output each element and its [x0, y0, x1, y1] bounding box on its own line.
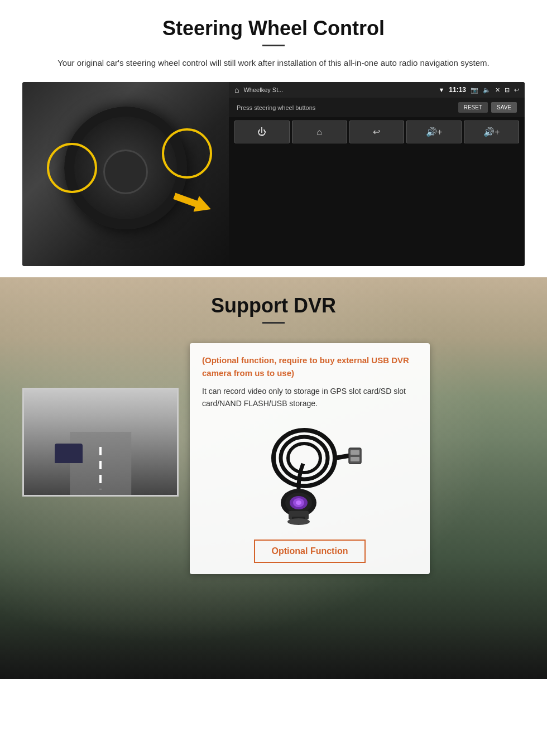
dvr-section: Support DVR (Optional function, require … [0, 277, 547, 679]
func-btn-vol-up2[interactable]: 🔊+ [464, 121, 519, 143]
dvr-product-image [202, 419, 418, 531]
steering-screen: ⌂ Wheelkey St... ▼ 11:13 📷 🔈 ✕ ⊟ ↩ Press… [229, 82, 525, 266]
close-icon: ✕ [495, 86, 500, 94]
reset-button[interactable]: RESET [458, 102, 488, 113]
screen-title: Wheelkey St... [243, 86, 434, 93]
dvr-info-card: (Optional function, require to buy exter… [190, 343, 430, 574]
dvr-title-area: Support DVR [0, 277, 547, 332]
dvr-camera-svg [254, 425, 366, 525]
func-btn-home[interactable]: ⌂ [292, 121, 347, 143]
preview-road-line [99, 447, 102, 489]
back-icon: ↩ [514, 86, 519, 94]
steering-title-divider [262, 45, 285, 46]
highlight-circle-right [162, 128, 212, 179]
dvr-content-area: (Optional function, require to buy exter… [0, 332, 547, 591]
screen-function-row: ⏻ ⌂ ↩ 🔊+ 🔊+ [229, 117, 525, 147]
camera-icon: 📷 [471, 86, 478, 94]
steering-wheel-inner [103, 150, 148, 194]
dvr-title-divider [262, 322, 285, 324]
optional-function-wrapper: Optional Function [202, 540, 418, 563]
volume-icon: 🔈 [483, 86, 491, 94]
screen-topbar: ⌂ Wheelkey St... ▼ 11:13 📷 🔈 ✕ ⊟ ↩ [229, 82, 525, 98]
dvr-title: Support DVR [0, 294, 547, 317]
save-button[interactable]: SAVE [491, 102, 517, 113]
dvr-description: It can record video only to storage in G… [202, 385, 418, 410]
steering-subtitle: Your original car's steering wheel contr… [22, 56, 525, 70]
svg-rect-6 [351, 457, 359, 461]
screen-time: 11:13 [449, 86, 466, 94]
steering-title: Steering Wheel Control [22, 17, 525, 40]
svg-point-2 [288, 444, 320, 473]
func-btn-vol-up1[interactable]: 🔊+ [406, 121, 462, 143]
svg-point-11 [296, 500, 301, 505]
preview-car [55, 444, 83, 463]
func-btn-power[interactable]: ⏻ [234, 121, 290, 143]
svg-rect-5 [351, 450, 359, 455]
screen-instruction-bar: Press steering wheel buttons RESET SAVE [229, 98, 525, 117]
steering-section: Steering Wheel Control Your original car… [0, 0, 547, 277]
svg-point-14 [287, 518, 310, 525]
optional-function-badge: Optional Function [254, 540, 366, 563]
func-btn-back[interactable]: ↩ [349, 121, 405, 143]
home-icon: ⌂ [234, 85, 239, 94]
dvr-optional-note: (Optional function, require to buy exter… [202, 354, 418, 379]
instruction-text: Press steering wheel buttons [237, 104, 315, 111]
highlight-circle-left [47, 143, 97, 193]
wifi-icon: ▼ [438, 86, 444, 93]
dvr-camera-preview [22, 388, 179, 497]
screen-icon: ⊟ [505, 86, 510, 94]
screen-btn-group: RESET SAVE [458, 102, 517, 113]
steering-image-wrapper: ⌂ Wheelkey St... ▼ 11:13 📷 🔈 ✕ ⊟ ↩ Press… [22, 82, 525, 266]
steering-photo-left [22, 82, 229, 266]
